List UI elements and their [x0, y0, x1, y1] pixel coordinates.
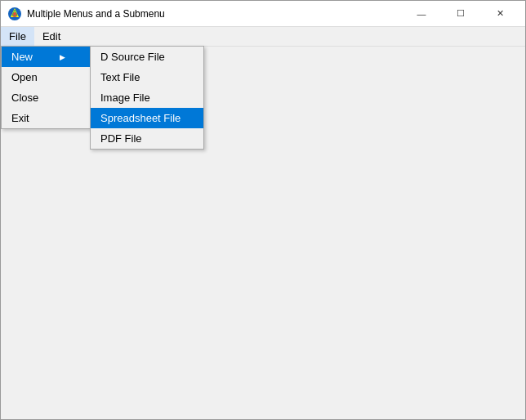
submenu-text-file[interactable]: Text File [91, 67, 203, 87]
maximize-button[interactable]: ☐ [442, 3, 479, 25]
file-menu-new-label: New [11, 51, 33, 63]
menu-bar: File New D Source File Text File [1, 27, 525, 47]
file-menu-open[interactable]: Open [2, 67, 90, 87]
submenu-spreadsheet-file[interactable]: Spreadsheet File [91, 108, 203, 128]
file-menu-new[interactable]: New [2, 47, 90, 67]
app-window: Multiple Menus and a Submenu — ☐ ✕ File … [0, 0, 526, 420]
new-submenu: D Source File Text File Image File Sprea… [90, 46, 204, 150]
close-button[interactable]: ✕ [481, 3, 519, 25]
new-menu-container: New D Source File Text File Image File [2, 47, 90, 67]
title-bar: Multiple Menus and a Submenu — ☐ ✕ [1, 1, 525, 27]
submenu-pdf-file[interactable]: PDF File [91, 128, 203, 149]
menu-bar-item-file[interactable]: File New D Source File Text File [1, 27, 34, 46]
submenu-image-file[interactable]: Image File [91, 87, 203, 108]
menu-bar-edit-label: Edit [42, 30, 60, 42]
file-menu-exit-label: Exit [11, 112, 29, 124]
submenu-d-source-file[interactable]: D Source File [91, 47, 203, 67]
app-icon [7, 7, 22, 21]
file-menu-open-label: Open [11, 71, 38, 83]
file-menu-exit[interactable]: Exit [2, 108, 90, 128]
menu-bar-file-label: File [9, 30, 26, 42]
file-dropdown: New D Source File Text File Image File [1, 46, 91, 129]
minimize-button[interactable]: — [403, 3, 440, 25]
file-menu-close[interactable]: Close [2, 87, 90, 108]
file-menu-close-label: Close [11, 92, 38, 104]
window-controls: — ☐ ✕ [403, 3, 519, 25]
window-title: Multiple Menus and a Submenu [27, 8, 403, 20]
menu-bar-item-edit[interactable]: Edit [34, 27, 69, 46]
